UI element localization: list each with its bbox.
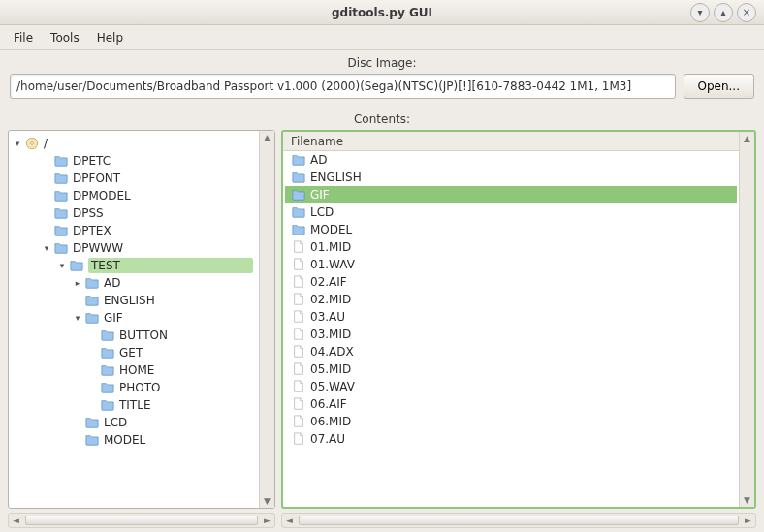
list-item[interactable]: 06.AIF xyxy=(285,395,737,413)
tree-item[interactable]: ▾DPWWW xyxy=(11,239,257,257)
expander-open-icon[interactable]: ▾ xyxy=(11,135,24,152)
list-vertical-scrollbar[interactable]: ▲ ▼ xyxy=(739,132,754,507)
list-item[interactable]: 06.MID xyxy=(285,413,737,430)
list-item[interactable]: MODEL xyxy=(285,221,737,238)
maximize-button[interactable]: ▴ xyxy=(714,3,733,22)
tree-item[interactable]: ▾GIF xyxy=(11,309,257,327)
list-item[interactable]: 01.WAV xyxy=(285,256,737,273)
tree-item-label: GET xyxy=(119,344,253,361)
list-item[interactable]: GIF xyxy=(285,186,737,203)
list-item-label: AD xyxy=(310,151,733,169)
list-item-label: 05.WAV xyxy=(310,378,733,395)
menu-file[interactable]: File xyxy=(6,28,41,47)
expander-open-icon[interactable]: ▾ xyxy=(71,309,84,327)
open-button[interactable]: Open... xyxy=(684,74,755,99)
tree-item[interactable]: HOME xyxy=(11,361,257,379)
tree-item-label: MODEL xyxy=(104,431,253,449)
list-item-label: 02.AIF xyxy=(310,273,733,291)
list-item[interactable]: ENGLISH xyxy=(285,169,737,186)
tree-root-label: / xyxy=(44,135,253,152)
tree-item[interactable]: DPMODEL xyxy=(11,187,257,204)
disc-path-input[interactable] xyxy=(10,74,676,99)
file-icon xyxy=(291,397,306,411)
file-icon xyxy=(291,328,306,341)
scroll-down-icon: ▼ xyxy=(264,496,271,506)
list-item[interactable]: 03.AU xyxy=(285,308,737,326)
folder-icon xyxy=(84,276,100,290)
menu-tools[interactable]: Tools xyxy=(43,28,87,47)
file-icon xyxy=(291,240,306,254)
tree-item[interactable]: ENGLISH xyxy=(11,292,257,309)
tree-item-label: DPFONT xyxy=(73,170,253,187)
scroll-thumb[interactable] xyxy=(25,516,258,525)
filename-column-header[interactable]: Filename xyxy=(283,132,739,151)
tree-root[interactable]: ▾/ xyxy=(11,135,257,152)
tree-item[interactable]: DPETC xyxy=(11,152,257,170)
scroll-thumb[interactable] xyxy=(299,516,739,525)
folder-icon xyxy=(291,223,306,236)
file-icon xyxy=(291,310,306,324)
titlebar[interactable]: gditools.py GUI ▾ ▴ × xyxy=(0,0,764,25)
list-item[interactable]: 04.ADX xyxy=(285,343,737,360)
folder-icon xyxy=(291,171,306,184)
tree-item-label: ENGLISH xyxy=(104,292,253,309)
list-item-label: 06.AIF xyxy=(310,395,733,413)
folder-tree[interactable]: ▾/DPETCDPFONTDPMODELDPSSDPTEX▾DPWWW▾TEST… xyxy=(9,131,259,508)
tree-horizontal-scrollbar[interactable]: ◄ ► xyxy=(8,513,275,528)
disc-image-label: Disc Image: xyxy=(0,50,764,74)
tree-item[interactable]: PHOTO xyxy=(11,379,257,396)
folder-icon xyxy=(53,241,69,255)
list-item[interactable]: 02.AIF xyxy=(285,273,737,291)
tree-item[interactable]: DPSS xyxy=(11,204,257,222)
menubar: File Tools Help xyxy=(0,25,764,50)
list-horizontal-scrollbar[interactable]: ◄ ► xyxy=(281,513,756,528)
close-button[interactable]: × xyxy=(737,3,756,22)
expander-closed-icon[interactable]: ▸ xyxy=(71,274,84,292)
tree-item[interactable]: DPFONT xyxy=(11,170,257,187)
folder-icon xyxy=(53,224,69,237)
folder-icon xyxy=(291,153,306,167)
menu-help[interactable]: Help xyxy=(89,28,131,47)
file-icon xyxy=(291,362,306,376)
scroll-left-icon: ◄ xyxy=(13,516,19,525)
tree-item-label: TEST xyxy=(88,258,253,273)
scroll-right-icon: ► xyxy=(264,516,271,525)
list-item[interactable]: 03.MID xyxy=(285,326,737,343)
file-icon xyxy=(291,258,306,271)
tree-item-label: PHOTO xyxy=(119,379,253,396)
folder-icon xyxy=(100,381,115,394)
tree-item[interactable]: BUTTON xyxy=(11,327,257,344)
folder-icon xyxy=(291,188,306,202)
scroll-down-icon: ▼ xyxy=(744,495,750,505)
tree-item[interactable]: LCD xyxy=(11,414,257,431)
tree-item[interactable]: ▸AD xyxy=(11,274,257,292)
list-item[interactable]: LCD xyxy=(285,203,737,221)
file-list[interactable]: ADENGLISHGIFLCDMODEL01.MID01.WAV02.AIF02… xyxy=(283,151,739,448)
tree-item[interactable]: MODEL xyxy=(11,431,257,449)
expander-open-icon[interactable]: ▾ xyxy=(40,239,53,257)
tree-item-label: BUTTON xyxy=(119,327,253,344)
list-item[interactable]: 01.MID xyxy=(285,238,737,256)
list-item[interactable]: 05.WAV xyxy=(285,378,737,395)
list-item-label: MODEL xyxy=(310,221,733,238)
tree-item[interactable]: DPTEX xyxy=(11,222,257,239)
scroll-up-icon: ▲ xyxy=(264,133,271,142)
list-item[interactable]: 02.MID xyxy=(285,291,737,308)
scroll-up-icon: ▲ xyxy=(744,134,750,143)
tree-item[interactable]: GET xyxy=(11,344,257,361)
minimize-button[interactable]: ▾ xyxy=(690,3,710,22)
expander-open-icon[interactable]: ▾ xyxy=(55,257,69,274)
folder-icon xyxy=(100,398,115,412)
list-item-label: GIF xyxy=(310,186,733,203)
tree-item[interactable]: ▾TEST xyxy=(11,257,257,274)
list-item[interactable]: AD xyxy=(285,151,737,169)
list-item[interactable]: 07.AU xyxy=(285,430,737,448)
list-item[interactable]: 05.MID xyxy=(285,360,737,378)
file-icon xyxy=(291,432,306,446)
tree-item[interactable]: TITLE xyxy=(11,396,257,414)
tree-vertical-scrollbar[interactable]: ▲ ▼ xyxy=(259,131,274,508)
list-item-label: 01.WAV xyxy=(310,256,733,273)
list-item-label: 04.ADX xyxy=(310,343,733,360)
scroll-left-icon: ◄ xyxy=(286,516,293,525)
folder-icon xyxy=(291,205,306,219)
